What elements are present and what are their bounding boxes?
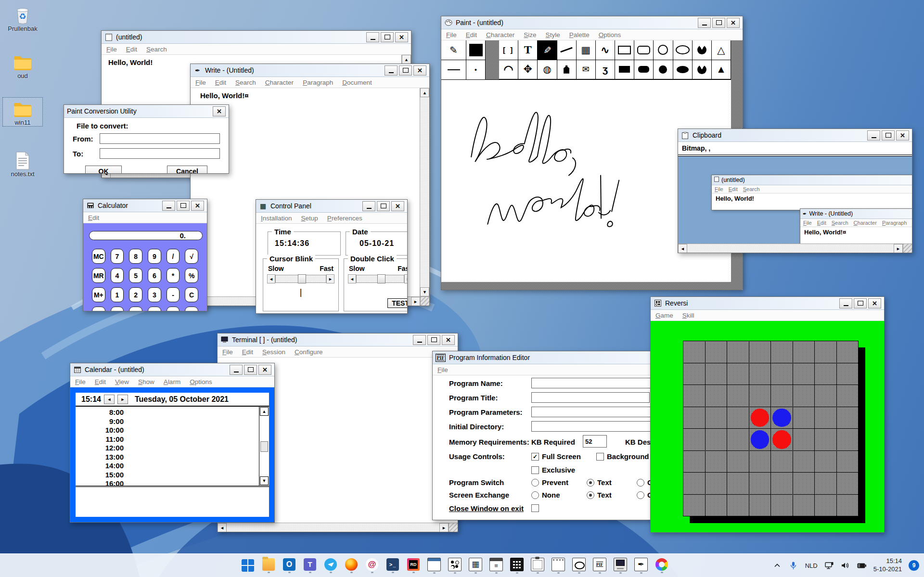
scroll-up-button[interactable]: ▲ <box>260 407 269 416</box>
exchange-text-radio[interactable]: Text <box>587 491 612 499</box>
calc-key-6[interactable]: 6 <box>148 268 161 283</box>
text-tool[interactable] <box>518 40 538 60</box>
rider-taskbar-button[interactable] <box>406 558 421 573</box>
menu-edit[interactable]: Edit <box>126 46 137 53</box>
title-bar[interactable]: Reversi ✕ <box>651 297 884 310</box>
reversi-cell[interactable] <box>837 407 859 429</box>
calendar-notes-area[interactable] <box>76 486 269 517</box>
calendar-hour-row[interactable]: 11:00 <box>76 435 124 444</box>
menu-game[interactable]: Game <box>655 312 673 319</box>
reversi-cell[interactable] <box>749 407 771 429</box>
reversi-cell[interactable] <box>749 385 771 407</box>
battery-icon[interactable] <box>857 561 867 570</box>
resize-grip[interactable] <box>903 244 912 253</box>
calendar-hour-row[interactable]: 16:00 <box>76 479 124 486</box>
maximize-button[interactable] <box>399 65 412 76</box>
menu-size[interactable]: Size <box>524 31 536 38</box>
minimize-button[interactable] <box>867 130 880 141</box>
minimize-button[interactable] <box>362 201 375 211</box>
debian-taskbar-button[interactable] <box>365 558 379 573</box>
maximize-button[interactable] <box>854 298 867 308</box>
title-bar[interactable]: Terminal [ ] - (untitled) ✕ <box>218 333 458 346</box>
vertical-scrollbar[interactable]: ▲ ▼ <box>259 407 269 486</box>
pif-taskbar-button[interactable] <box>592 558 607 574</box>
calculator-taskbar-button[interactable] <box>510 558 524 574</box>
reversi-cell[interactable] <box>683 341 705 363</box>
reversi-cell[interactable] <box>749 363 771 385</box>
calc-key-=[interactable]: = <box>185 307 198 311</box>
menu-edit[interactable]: Edit <box>729 186 738 192</box>
reversi-cell[interactable] <box>706 495 727 516</box>
slider-right-button[interactable]: ► <box>404 274 407 283</box>
paint-taskbar-button[interactable] <box>572 558 586 574</box>
calc-key-0[interactable]: 0 <box>111 307 124 311</box>
close-button[interactable]: ✕ <box>442 335 455 345</box>
reversi-cell[interactable] <box>706 363 727 385</box>
ellipse-tool[interactable] <box>673 40 693 60</box>
reversi-cell[interactable] <box>815 495 836 516</box>
minimize-button[interactable] <box>385 65 398 76</box>
funnel-tool[interactable] <box>577 60 596 80</box>
eraser3d-tool[interactable] <box>577 40 596 60</box>
calc-key-M-[interactable]: M- <box>92 307 105 311</box>
menu-edit[interactable]: Edit <box>215 79 226 86</box>
scroll-track[interactable] <box>420 97 429 287</box>
cursor-blink-slider[interactable]: ◄ ► <box>267 274 334 283</box>
taskbar-clock[interactable]: 15:14 5-10-2021 <box>873 557 902 574</box>
exclusive-checkbox[interactable]: Exclusive <box>531 466 575 474</box>
reversi-cell[interactable] <box>815 451 836 473</box>
reversi-taskbar-button[interactable] <box>448 558 462 574</box>
menu-session[interactable]: Session <box>262 348 285 356</box>
reversi-cell[interactable] <box>727 363 749 385</box>
reversi-cell[interactable] <box>683 429 705 450</box>
dot-size-cell[interactable]: • <box>466 60 486 79</box>
reversi-cell[interactable] <box>837 473 859 494</box>
reversi-cell[interactable] <box>771 385 793 407</box>
scroll-tool[interactable] <box>596 60 615 80</box>
calc-key-+[interactable]: + <box>167 307 180 311</box>
control-panel-taskbar-button[interactable] <box>468 558 483 574</box>
title-bar[interactable]: Calculator ✕ <box>83 199 207 212</box>
reversi-cell[interactable] <box>771 451 793 473</box>
circle-f-tool[interactable] <box>654 60 673 80</box>
full-screen-checkbox[interactable]: Full Screen <box>531 452 581 461</box>
explorer-taskbar-button[interactable] <box>261 558 276 573</box>
calc-key-√[interactable]: √ <box>185 249 198 264</box>
calendar-hour-row[interactable]: 14:00 <box>76 462 124 471</box>
scallop-tool[interactable] <box>499 60 518 80</box>
desktop-icon-recycle-bin[interactable]: ♻ Prullenbak <box>3 4 42 32</box>
scroll-right-button[interactable]: ► <box>894 244 903 253</box>
title-bar[interactable]: Paint - (untitled) ✕ <box>441 16 743 29</box>
reversi-cell[interactable] <box>815 407 836 429</box>
desktop-icon-oud-folder[interactable]: oud <box>3 51 42 79</box>
menu-file[interactable]: File <box>437 366 448 373</box>
horizontal-scrollbar[interactable]: ◄ ► <box>678 244 912 253</box>
title-bar[interactable]: Paint Conversion Utility ✕ <box>64 105 229 118</box>
reversi-cell[interactable] <box>793 473 815 494</box>
curve-tool[interactable] <box>596 40 615 60</box>
menu-installation[interactable]: Installation <box>261 215 292 222</box>
scroll-down-button[interactable]: ▼ <box>420 287 429 296</box>
menu-edit[interactable]: Edit <box>242 348 253 356</box>
title-bar[interactable]: ✒ Write - (Untitled) ✕ <box>191 64 429 77</box>
menu-file[interactable]: File <box>195 79 206 86</box>
minimize-button[interactable] <box>162 201 175 211</box>
reversi-cell[interactable] <box>683 495 705 516</box>
minimize-button[interactable] <box>698 18 711 28</box>
calc-key-C[interactable]: C <box>185 287 198 302</box>
switch-text-radio[interactable]: Text <box>587 478 612 487</box>
reversi-cell[interactable] <box>683 473 705 494</box>
network-icon[interactable] <box>824 561 834 570</box>
reversi-cell[interactable] <box>727 407 749 429</box>
reversi-cell[interactable] <box>771 429 793 450</box>
menu-file[interactable]: File <box>222 348 233 356</box>
menu-character[interactable]: Character <box>486 31 514 38</box>
reversi-cell[interactable] <box>749 451 771 473</box>
reversi-cell[interactable] <box>706 407 727 429</box>
calc-key-MR[interactable]: MR <box>92 268 105 283</box>
calc-key-5[interactable]: 5 <box>129 268 142 283</box>
reversi-cell[interactable] <box>837 429 859 450</box>
calc-key-±[interactable]: ± <box>148 307 161 311</box>
palette-taskbar-button[interactable] <box>654 558 669 573</box>
slider-left-button[interactable]: ◄ <box>348 274 356 283</box>
